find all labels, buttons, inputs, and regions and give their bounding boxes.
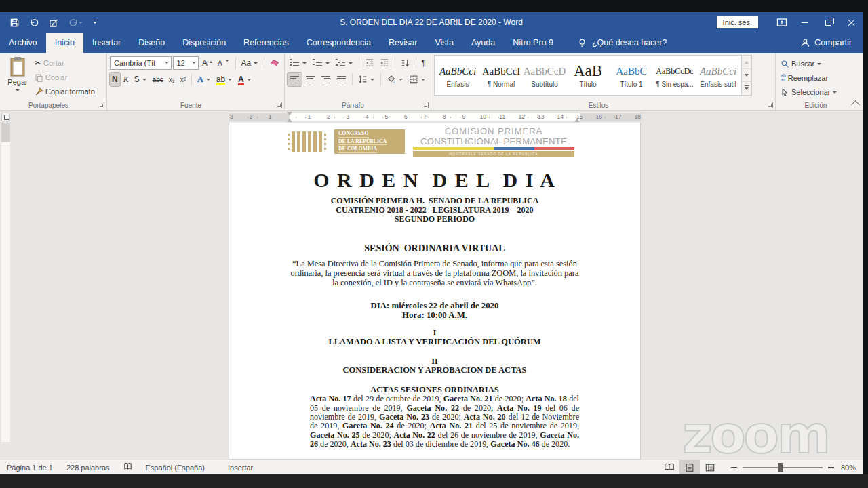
ribbon-tab[interactable]: Diseño [130,33,174,53]
shading-icon [387,75,396,84]
minimize-button[interactable] [793,12,816,33]
web-layout-button[interactable] [700,460,720,474]
style-card[interactable]: AaBbCci Énfasis [437,57,479,94]
style-card[interactable]: AaB Título [567,57,609,94]
justify-icon [336,75,347,84]
style-card[interactable]: AaBbC Título 1 [610,57,652,94]
sign-in-button[interactable]: Inic. ses. [717,16,758,28]
multilevel-list-button[interactable] [334,56,355,70]
tell-me-box[interactable]: ¿Qué desea hacer? [577,33,667,53]
style-name: ¶ Sin espa... [656,81,693,88]
horizontal-ruler[interactable]: 321 123456789101112131415161718 [229,113,641,121]
page-indicator[interactable]: Página 1 de 1 [0,464,60,472]
ribbon-tab[interactable]: Archivo [0,33,46,53]
strikethrough-button[interactable]: abc [151,73,165,86]
styles-scrollbar [742,55,752,96]
ribbon-tab[interactable]: Disposición [174,33,235,53]
style-card[interactable]: AaBbCcD Subtítulo [524,57,566,94]
zoom-in-button[interactable] [828,464,834,470]
shading-button[interactable] [384,73,406,86]
zoom-percentage[interactable]: 80% [834,464,863,472]
edit-mode-icon[interactable] [49,18,59,28]
restore-button[interactable] [816,12,840,33]
borders-button[interactable] [407,73,428,86]
font-name-combo[interactable]: Cambria (Tít [110,56,172,70]
word-count[interactable]: 228 palabras [60,464,117,472]
replace-button[interactable]: abacReemplazar [778,71,840,85]
actas-paragraph: Acta No. 17 del 29 de octubre de 2019, G… [310,394,579,449]
decrease-indent-button[interactable] [363,56,376,70]
ribbon-tab[interactable]: Nitro Pro 9 [504,33,562,53]
change-case-button[interactable]: Aa [239,56,261,70]
increase-indent-button[interactable] [378,56,391,70]
numbering-button[interactable] [311,56,332,70]
styles-scroll-up-icon[interactable] [742,56,751,69]
ribbon-tab[interactable]: Correspondencia [298,33,380,53]
styles-dialog-launcher-icon[interactable] [767,102,773,108]
subscript-button[interactable]: x₂ [167,73,177,86]
show-marks-button[interactable]: ¶ [420,56,428,70]
ruler-margin-numbers: 321 [222,113,280,121]
format-painter-button[interactable]: Copiar formato [33,85,97,98]
save-icon[interactable] [9,18,20,28]
ribbon-tab[interactable]: Vista [426,33,462,53]
ribbon-tab[interactable]: Referencias [235,33,298,53]
font-color-button[interactable]: A [236,73,254,86]
style-card[interactable]: AaBbCcDc ¶ Sin espa... [654,57,696,94]
zoom-out-button[interactable] [731,467,737,468]
group-label-font: Fuente [107,102,275,109]
share-button[interactable]: Compartir [800,33,863,53]
styles-more-icon[interactable] [742,82,751,95]
styles-scroll-down-icon[interactable] [742,69,751,83]
ribbon-tab[interactable]: Ayuda [462,33,504,53]
customize-qat-icon[interactable] [92,20,97,26]
bold-button[interactable]: N [110,73,120,86]
align-right-button[interactable] [319,73,333,86]
paste-button[interactable]: Pegar [3,55,33,99]
right-indent-marker[interactable] [574,116,580,122]
style-card[interactable]: AaBbCcI ¶ Normal [480,57,522,94]
zoom-slider-thumb[interactable] [778,463,783,472]
ribbon-tab[interactable]: Inicio [46,33,83,53]
proofing-icon[interactable] [117,462,139,472]
style-name: ¶ Normal [488,81,515,88]
group-editing: Buscar abacReemplazar Seleccionar Edició… [776,53,856,110]
align-center-button[interactable] [303,73,317,86]
language-indicator[interactable]: Español (España) [139,464,212,472]
grow-font-button[interactable]: A [200,56,214,70]
bullets-button[interactable] [288,56,309,70]
align-left-button[interactable] [288,73,302,86]
tab-selector[interactable] [1,113,10,121]
ribbon-tab[interactable]: Revisar [380,33,426,53]
superscript-button[interactable]: x² [178,73,188,86]
close-button[interactable] [840,12,863,33]
sort-button[interactable] [399,56,412,70]
insert-mode-indicator[interactable]: Insertar [212,464,260,472]
undo-icon[interactable] [29,18,39,28]
line-spacing-button[interactable] [356,73,377,86]
select-button[interactable]: Seleccionar [778,85,840,99]
font-dialog-launcher-icon[interactable] [276,102,282,108]
agenda-roman-2: II [290,357,579,367]
vertical-ruler[interactable] [1,123,10,442]
clear-formatting-button[interactable] [268,56,281,70]
zoom-slider[interactable] [743,467,823,468]
style-card[interactable]: AaBbCci Énfasis sutil [697,57,739,94]
shrink-font-button[interactable]: A [216,56,232,70]
read-mode-button[interactable] [659,460,679,474]
ribbon-display-options-icon[interactable] [770,12,793,33]
subtitle-line: SEGUNDO PERIODO [290,215,579,224]
ribbon-tab[interactable]: Insertar [83,33,130,53]
find-button[interactable]: Buscar [778,57,840,70]
hanging-indent-marker[interactable] [287,116,292,122]
text-effects-button[interactable]: A [195,73,213,86]
highlight-button[interactable]: ab [214,73,235,86]
clipboard-dialog-launcher-icon[interactable] [98,102,104,108]
font-size-combo[interactable]: 12 [173,56,199,70]
print-layout-button[interactable] [679,460,700,474]
paragraph-dialog-launcher-icon[interactable] [422,102,429,108]
justify-button[interactable] [334,73,349,86]
italic-button[interactable]: K [121,73,131,86]
document-page[interactable]: CONGRESODE LA REPÚBLICADE COLOMBIA COMIS… [229,123,641,460]
underline-button[interactable]: S [132,73,149,86]
